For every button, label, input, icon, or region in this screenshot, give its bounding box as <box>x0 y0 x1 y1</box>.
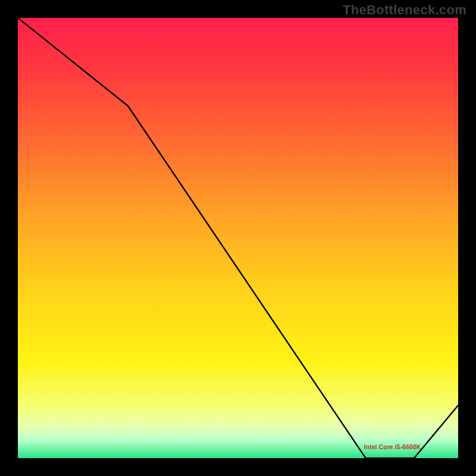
gradient-background <box>18 18 458 458</box>
plot-area <box>18 18 458 458</box>
watermark-text: TheBottleneck.com <box>343 2 466 18</box>
chart-frame: TheBottleneck.com <box>0 0 476 476</box>
chart-svg <box>18 18 458 458</box>
